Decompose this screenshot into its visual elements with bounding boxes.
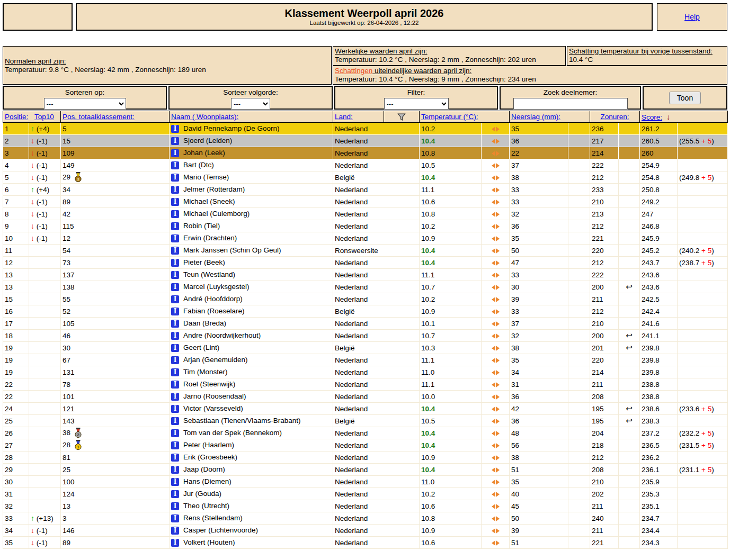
left-right-arrow-icon (492, 283, 500, 291)
pos-totaal-sort-link[interactable]: Pos. totaalklassement: (63, 113, 135, 121)
trend-cell (482, 354, 510, 366)
top10-change-cell (29, 293, 61, 305)
help-link[interactable]: Help (684, 13, 700, 21)
score-sort-link[interactable]: Score: (642, 113, 662, 121)
down-arrow-icon: ↓ (31, 149, 34, 157)
info-icon[interactable]: I (171, 478, 179, 486)
info-icon[interactable]: I (171, 283, 179, 291)
filter-label: Filter: (335, 88, 497, 97)
position-cell: 5 (3, 171, 29, 184)
info-icon[interactable]: I (171, 429, 179, 437)
info-icon[interactable]: I (171, 125, 179, 133)
positie-sort-link[interactable]: Positie: (5, 113, 28, 121)
info-icon[interactable]: I (171, 466, 179, 474)
trend-cell (482, 171, 510, 184)
zonuren-cell: 214 (590, 366, 619, 378)
info-icon[interactable]: I (171, 381, 179, 389)
score-cell: 247 (640, 208, 678, 220)
name-cell: IGeert (Lint) (170, 342, 333, 354)
schattingen-link[interactable]: Schattingen (335, 67, 372, 75)
trend-cell (482, 269, 510, 281)
info-icon[interactable]: I (171, 186, 179, 194)
info-icon[interactable]: I (171, 137, 179, 145)
info-icon[interactable]: I (171, 271, 179, 279)
top10-change-cell: ↓ (-1) (29, 525, 61, 537)
info-icon[interactable]: I (171, 405, 179, 413)
neerslag-cell: 50 (510, 245, 568, 257)
info-icon[interactable]: I (171, 161, 179, 169)
participant-name: Victor (Varsseveld) (183, 404, 243, 412)
participant-name: Andre (Noordwijkerhout) (183, 331, 261, 339)
up-arrow-icon: ↑ (31, 514, 34, 522)
info-icon[interactable]: I (171, 259, 179, 267)
info-icon[interactable]: I (171, 417, 179, 425)
land-cell: Nederland (333, 354, 420, 366)
info-icon[interactable]: I (171, 320, 179, 328)
spacer-cell (568, 403, 590, 415)
zonuren-cell: 212 (590, 257, 619, 269)
info-icon[interactable]: I (171, 222, 179, 230)
info-icon[interactable]: I (171, 490, 179, 498)
top10-sort-link[interactable]: Top10 (34, 113, 54, 121)
land-cell: Nederland (333, 378, 420, 391)
sort-by-box: Sorteren op: --- (3, 86, 167, 110)
filter-select[interactable]: --- (384, 98, 449, 110)
land-cell: Nederland (333, 269, 420, 281)
neerslag-cell: 37 (510, 159, 568, 171)
sort-order-select[interactable]: --- (231, 98, 270, 110)
show-button[interactable]: Toon (669, 92, 701, 104)
position-cell: 13 (3, 281, 29, 293)
info-icon[interactable]: I (171, 198, 179, 206)
title-box: Klassement Weerpoll april 2026 Laatst bi… (76, 3, 653, 31)
info-icon[interactable]: I (171, 174, 179, 182)
name-cell: IRoel (Steenwijk) (170, 378, 333, 391)
land-cell: Nederland (333, 147, 420, 159)
info-icon[interactable]: I (171, 247, 179, 255)
info-icon[interactable]: I (171, 332, 179, 340)
temperature-cell: 10.9 (420, 305, 482, 318)
up-arrow-icon: ↑ (31, 124, 34, 133)
zonuren-sort-link[interactable]: Zonuren: (601, 113, 629, 121)
land-sort-link[interactable]: Land: (335, 113, 353, 121)
info-icon[interactable]: I (171, 210, 179, 218)
zonuren-cell: 211 (590, 378, 619, 391)
info-icon[interactable]: I (171, 539, 179, 547)
top10-change-cell (29, 269, 61, 281)
spacer-cell (568, 451, 590, 464)
return-arrow-icon: ↩ (626, 282, 633, 291)
spacer-cell (568, 245, 590, 257)
left-right-arrow-icon (492, 393, 500, 401)
info-icon[interactable]: I (171, 502, 179, 510)
info-icon[interactable]: I (171, 514, 179, 522)
naam-sort-link[interactable]: Naam ( Woonplaats): (171, 113, 238, 121)
search-input[interactable] (513, 98, 628, 110)
zonuren-cell: 212 (590, 305, 619, 318)
left-right-arrow-icon (492, 429, 500, 437)
info-icon[interactable]: I (171, 234, 179, 242)
trend-cell (482, 427, 510, 439)
temperatuur-sort-link[interactable]: Temperatuur (°C): (421, 113, 478, 121)
table-row: 1154IMark Janssen (Schin Op Geul)Ronswee… (3, 245, 728, 257)
score-sort-direction-icon: ↓ (666, 113, 670, 121)
top10-change-cell: ↓ (-1) (29, 220, 61, 232)
info-icon[interactable]: I (171, 308, 179, 315)
neerslag-sort-link[interactable]: Neerslag (mm): (511, 113, 560, 121)
top10-change-cell (29, 427, 61, 439)
sort-by-select[interactable]: --- (44, 98, 126, 110)
filter-funnel-icon[interactable] (397, 113, 406, 121)
info-icon[interactable]: I (171, 393, 179, 401)
info-icon[interactable]: I (171, 344, 179, 352)
info-icon[interactable]: I (171, 527, 179, 535)
info-icon[interactable]: I (171, 454, 179, 462)
participant-name: Sjoerd (Leiden) (183, 137, 232, 144)
info-icon[interactable]: I (171, 295, 179, 303)
info-icon[interactable]: I (171, 368, 179, 376)
temperature-cell: 10.9 (420, 451, 482, 464)
position-cell: 2 (3, 135, 29, 147)
filter-box: Filter: --- (334, 86, 498, 110)
repeat-cell (619, 427, 640, 439)
info-icon[interactable]: I (171, 356, 179, 364)
participant-name: Mark Janssen (Schin Op Geul) (183, 246, 281, 254)
info-icon[interactable]: I (171, 441, 179, 449)
info-icon[interactable]: I (171, 149, 179, 157)
